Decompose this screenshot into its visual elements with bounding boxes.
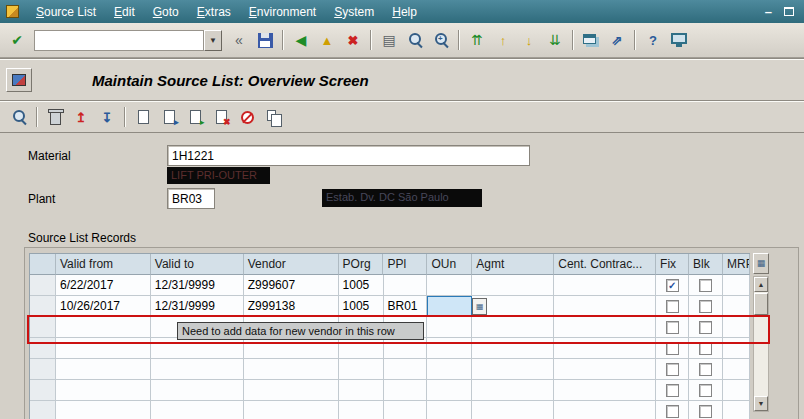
fix-checkbox[interactable] [666,342,679,355]
new-session-button[interactable] [579,28,603,52]
cell-cent-contract[interactable] [554,275,656,296]
cell-agmt[interactable] [472,275,554,296]
cell-oun[interactable] [427,317,472,338]
customize-layout-button[interactable] [667,28,691,52]
cell-oun[interactable] [427,401,472,419]
cell-agmt[interactable] [472,401,554,419]
cell-ppl[interactable] [384,338,428,359]
blk-checkbox[interactable] [699,342,712,355]
blk-checkbox[interactable] [699,321,712,334]
cell-valid-to[interactable]: 12/31/9999 [151,296,244,317]
command-field[interactable] [34,30,204,51]
cell-mrp[interactable] [723,359,750,380]
matchcode-icon[interactable]: ▦ [472,298,487,315]
cell-vendor[interactable]: Z999138 [244,296,339,317]
cell-agmt[interactable] [472,338,554,359]
cell-porg[interactable]: 1005 [339,275,384,296]
header-vendor[interactable]: Vendor [244,254,339,275]
find-next-button[interactable]: + [429,28,453,52]
menu-system[interactable]: System [325,2,383,22]
menu-help[interactable]: Help [383,2,426,22]
cell-porg[interactable] [339,401,384,419]
sort-descending-icon[interactable]: ↧ [95,105,119,129]
cell-cent-contract[interactable] [554,401,656,419]
header-agmt[interactable]: Agmt [472,254,554,275]
cell-valid-from[interactable] [56,317,151,338]
cell-agmt[interactable] [472,359,554,380]
menu-extras[interactable]: Extras [188,2,240,22]
cell-mrp[interactable] [723,317,750,338]
cell-ppl[interactable] [384,275,428,296]
fix-checkbox[interactable] [666,300,679,313]
scroll-up-icon[interactable]: ▲ [754,277,768,292]
blk-checkbox[interactable] [699,384,712,397]
blk-checkbox[interactable] [699,300,712,313]
cell-agmt[interactable] [472,317,554,338]
cell-cent-contract[interactable] [554,317,656,338]
cell-cent-contract[interactable] [554,338,656,359]
menu-environment[interactable]: Environment [240,2,325,22]
cell-porg[interactable] [339,359,384,380]
cell-agmt[interactable] [472,380,554,401]
insert-line-button[interactable]: ▸ [157,105,181,129]
cancel-icon[interactable]: ✖ [341,28,365,52]
vertical-scrollbar[interactable]: ▲ ▼ [753,276,769,412]
cell-ppl[interactable] [384,359,428,380]
cell-oun-focused[interactable]: ▦ [427,296,472,317]
cell-valid-from[interactable] [56,380,151,401]
command-dropdown-icon[interactable]: ▼ [204,30,222,51]
cell-valid-from[interactable] [56,359,151,380]
back-icon[interactable]: ◀ [289,28,313,52]
print-icon[interactable]: ▤ [377,28,401,52]
header-fix[interactable]: Fix [656,254,689,275]
cell-vendor[interactable]: Z999607 [244,275,339,296]
cell-vendor[interactable] [244,401,339,419]
cell-vendor[interactable] [244,359,339,380]
fix-checkbox[interactable] [666,405,679,418]
blk-checkbox[interactable] [699,405,712,418]
block-button[interactable] [235,105,259,129]
menu-goto[interactable]: Goto [144,2,188,22]
restore-icon[interactable] [784,7,794,16]
cell-valid-from[interactable] [56,401,151,419]
cell-vendor[interactable] [244,380,339,401]
row-selector[interactable] [30,380,56,401]
move-line-button[interactable]: ▸ [183,105,207,129]
material-field[interactable] [167,145,530,166]
save-button[interactable] [253,28,277,52]
cell-cent-contract[interactable] [554,380,656,401]
cell-mrp[interactable] [723,296,750,317]
last-page-icon[interactable]: ⇊ [543,28,567,52]
cell-oun[interactable] [427,275,472,296]
header-cent-contract[interactable]: Cent. Contrac... [554,254,656,275]
header-porg[interactable]: POrg [339,254,384,275]
find-button[interactable] [403,28,427,52]
cell-porg[interactable] [339,380,384,401]
cell-valid-to[interactable] [151,401,244,419]
cell-valid-to[interactable] [151,338,244,359]
row-selector[interactable] [30,275,56,296]
header-valid-to[interactable]: Valid to [151,254,244,275]
header-ppl[interactable]: PPl [383,254,427,275]
row-selector[interactable] [30,401,56,419]
cell-mrp[interactable] [723,401,750,419]
cell-porg[interactable]: 1005 [339,296,384,317]
sort-ascending-icon[interactable]: ↥ [69,105,93,129]
menu-edit[interactable]: Edit [105,2,144,22]
page-up-icon[interactable]: ↑ [491,28,515,52]
screen-menu-button[interactable] [6,68,32,92]
create-shortcut-icon[interactable]: ⇗ [605,28,629,52]
cell-oun[interactable] [427,359,472,380]
blk-checkbox[interactable] [699,279,712,292]
new-entries-button[interactable] [131,105,155,129]
header-blk[interactable]: Blk [689,254,723,275]
copy-button[interactable] [261,105,285,129]
choose-button[interactable] [7,105,31,129]
cell-ppl[interactable]: BR01 [384,296,428,317]
header-oun[interactable]: OUn [427,254,472,275]
cell-mrp[interactable] [723,380,750,401]
enter-icon[interactable]: ✔ [5,28,29,52]
exit-icon[interactable]: ▲ [315,28,339,52]
cell-valid-to[interactable]: 12/31/9999 [151,275,244,296]
cell-valid-to[interactable] [151,380,244,401]
